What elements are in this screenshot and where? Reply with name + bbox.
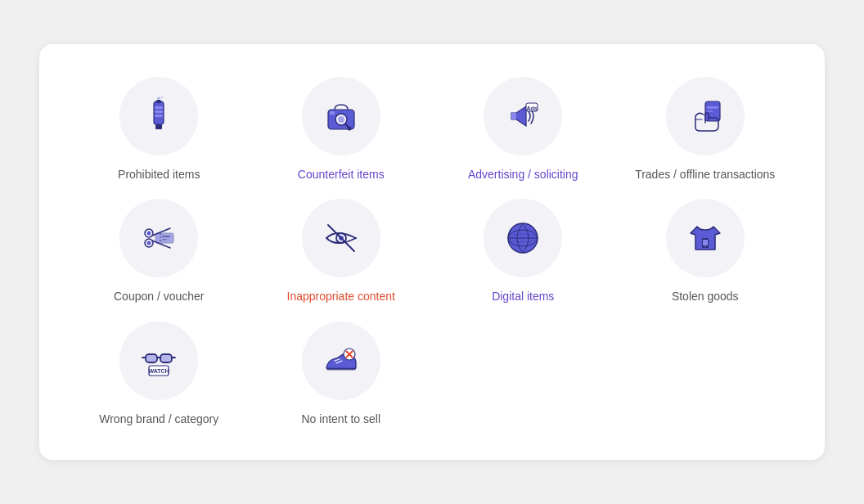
item-no-intent[interactable]: No intent to sell	[254, 322, 429, 428]
label-prohibited-items: Prohibited items	[118, 167, 200, 183]
svg-rect-38	[703, 240, 708, 245]
svg-point-6	[157, 97, 160, 99]
icon-circle-advertising: Ads	[484, 77, 562, 155]
prohibited-icon	[137, 95, 180, 137]
svg-text:Ads: Ads	[527, 105, 538, 110]
svg-rect-29	[162, 239, 167, 241]
label-digital-items: Digital items	[492, 289, 554, 305]
svg-rect-14	[511, 113, 516, 119]
item-stolen-goods[interactable]: Stolen goods	[619, 199, 793, 305]
svg-line-32	[328, 225, 354, 251]
svg-point-10	[338, 116, 344, 123]
svg-rect-19	[707, 110, 713, 112]
icon-circle-trades	[666, 77, 745, 155]
digital-icon	[502, 217, 544, 259]
svg-point-24	[147, 232, 151, 236]
label-counterfeit-items: Counterfeit items	[298, 167, 385, 183]
svg-rect-26	[155, 233, 173, 243]
svg-point-39	[704, 246, 706, 248]
item-inappropriate-content[interactable]: Inappropriate content	[254, 199, 429, 305]
svg-rect-46	[326, 367, 356, 371]
svg-point-25	[147, 241, 151, 245]
svg-rect-4	[155, 115, 163, 117]
wrongbrand-icon: WATCH	[137, 340, 180, 382]
svg-rect-5	[155, 124, 162, 129]
item-advertising-soliciting[interactable]: Ads Advertising / soliciting	[436, 77, 610, 183]
svg-point-7	[161, 97, 164, 98]
stolen-icon	[684, 217, 727, 259]
svg-point-12	[347, 126, 351, 130]
trades-icon	[684, 95, 727, 137]
items-grid: Prohibited items Counterfeit items	[72, 77, 792, 428]
label-trades-offline: Trades / offline transactions	[635, 167, 775, 183]
label-coupon-voucher: Coupon / voucher	[114, 289, 205, 305]
nointent-icon	[320, 340, 362, 382]
main-card: Prohibited items Counterfeit items	[39, 44, 825, 461]
label-advertising-soliciting: Advertising / soliciting	[468, 167, 578, 183]
icon-circle-wrong-brand: WATCH	[119, 322, 198, 400]
item-trades-offline[interactable]: Trades / offline transactions	[619, 77, 793, 183]
svg-rect-13	[330, 111, 335, 115]
svg-rect-3	[155, 110, 163, 113]
label-stolen-goods: Stolen goods	[672, 289, 739, 305]
svg-rect-28	[162, 236, 170, 237]
label-no-intent: No intent to sell	[302, 412, 381, 428]
svg-rect-2	[155, 106, 163, 109]
svg-rect-43	[161, 355, 171, 362]
item-counterfeit-items[interactable]: Counterfeit items	[254, 77, 429, 183]
svg-rect-1	[156, 100, 161, 103]
icon-circle-digital	[484, 199, 562, 277]
item-digital-items[interactable]: Digital items	[436, 199, 610, 305]
svg-rect-18	[707, 106, 718, 109]
icon-circle-coupon	[119, 199, 198, 277]
icon-circle-counterfeit	[302, 77, 380, 155]
label-inappropriate-content: Inappropriate content	[287, 289, 395, 305]
icon-circle-no-intent	[302, 322, 380, 400]
inappropriate-icon	[320, 217, 362, 259]
icon-circle-prohibited	[119, 77, 198, 155]
item-coupon-voucher[interactable]: Coupon / voucher	[72, 199, 246, 305]
item-wrong-brand[interactable]: WATCH Wrong brand / category	[72, 322, 246, 428]
advertising-icon: Ads	[502, 95, 544, 137]
svg-text:WATCH: WATCH	[149, 368, 169, 374]
icon-circle-inappropriate	[302, 199, 380, 277]
counterfeit-icon	[320, 95, 362, 137]
icon-circle-stolen	[666, 199, 745, 277]
label-wrong-brand: Wrong brand / category	[99, 412, 218, 428]
svg-rect-42	[146, 355, 156, 362]
item-prohibited-items[interactable]: Prohibited items	[72, 77, 246, 183]
coupon-icon	[137, 217, 180, 259]
